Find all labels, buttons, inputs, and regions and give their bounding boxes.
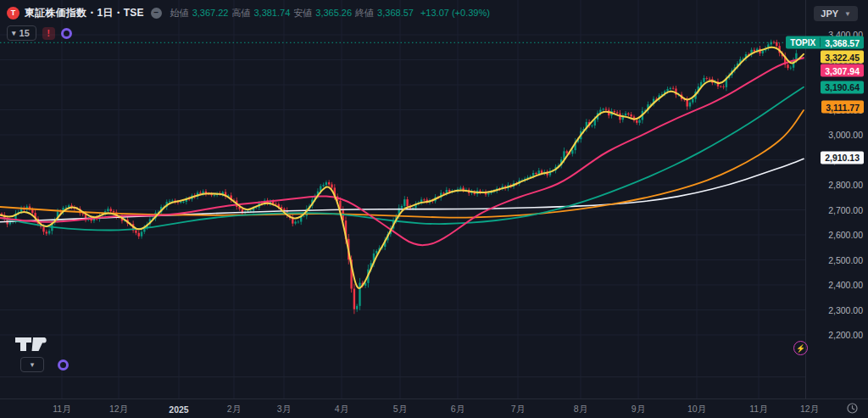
price-tick-label: 2,200.00 bbox=[828, 330, 863, 340]
minus-icon[interactable]: – bbox=[151, 8, 162, 19]
ma-slowest-label: 2,910.13 bbox=[821, 151, 864, 164]
time-month-label: 9月 bbox=[632, 404, 645, 415]
price-tick-label: 2,400.00 bbox=[828, 280, 863, 290]
symbol-badge-label: TOPIX bbox=[790, 38, 821, 47]
time-month-label: 7月 bbox=[511, 404, 525, 415]
chevron-down-icon: ▾ bbox=[12, 29, 16, 37]
tradingview-logo[interactable] bbox=[15, 337, 53, 354]
price-axis[interactable]: 3,400.003,300.003,200.003,100.003,000.00… bbox=[805, 0, 868, 398]
bottom-left-controls: ▾ bbox=[20, 357, 69, 372]
price-chart-canvas[interactable] bbox=[0, 0, 805, 398]
ma-slower-line[interactable] bbox=[0, 110, 804, 218]
indicator-loading-icon[interactable] bbox=[58, 359, 69, 371]
price-tick-label: 2,800.00 bbox=[828, 180, 863, 190]
ma-slow-label: 3,190.64 bbox=[821, 81, 864, 93]
time-year-label: 2025 bbox=[169, 404, 188, 415]
close-value: 3,368.57 bbox=[377, 8, 414, 18]
ma-fast-line[interactable] bbox=[0, 47, 804, 288]
chart-legend: T 東証株価指数・1日・TSE – 始値 3,367.22 高値 3,381.7… bbox=[7, 5, 490, 41]
open-value: 3,367.22 bbox=[192, 8, 229, 18]
lightning-icon[interactable]: ⚡ bbox=[793, 341, 808, 355]
caret-down-icon: ▼ bbox=[844, 10, 851, 18]
badge-value: 3,368.57 bbox=[825, 37, 860, 47]
open-label: 始値 bbox=[170, 7, 189, 20]
chevron-down-icon: ▾ bbox=[31, 360, 35, 369]
ma-mid-label: 3,307.94 bbox=[821, 64, 864, 77]
time-month-label: 5月 bbox=[393, 404, 407, 415]
time-month-label: 12月 bbox=[800, 404, 819, 415]
currency-label: JPY bbox=[821, 8, 838, 19]
badge-value: 3,111.77 bbox=[826, 102, 860, 112]
low-label: 安値 bbox=[293, 7, 312, 20]
ma-fast-label: 3,322.45 bbox=[821, 51, 864, 64]
time-month-label: 12月 bbox=[109, 404, 128, 415]
badge-value: 3,322.45 bbox=[825, 52, 860, 62]
indicator-loading-icon[interactable] bbox=[61, 28, 72, 39]
tradingview-chart-window: T 東証株価指数・1日・TSE – 始値 3,367.22 高値 3,381.7… bbox=[0, 0, 868, 418]
badge-value: 3,307.94 bbox=[825, 65, 860, 75]
time-month-label: 10月 bbox=[687, 404, 706, 415]
time-month-label: 4月 bbox=[335, 404, 348, 415]
time-month-label: 3月 bbox=[277, 404, 291, 415]
price-tick-label: 3,000.00 bbox=[828, 130, 863, 140]
close-label: 終値 bbox=[355, 7, 374, 20]
price-tick-label: 2,700.00 bbox=[828, 205, 863, 215]
price-change: +13.07 (+0.39%) bbox=[420, 8, 490, 18]
indicators-collapsed-button[interactable]: ▾ 15 bbox=[7, 25, 36, 41]
ohlc-readout: 始値 3,367.22 高値 3,381.74 安値 3,365.26 終値 3… bbox=[170, 7, 414, 20]
time-month-label: 11月 bbox=[749, 404, 767, 415]
indicators-count: 15 bbox=[19, 28, 30, 38]
pane-collapse-button[interactable]: ▾ bbox=[20, 357, 44, 372]
time-month-label: 6月 bbox=[451, 404, 465, 415]
time-month-label: 8月 bbox=[574, 404, 587, 415]
symbol-logo: T bbox=[7, 7, 19, 20]
time-month-label: 2月 bbox=[227, 404, 241, 415]
price-tick-label: 2,300.00 bbox=[828, 305, 863, 315]
time-month-label: 11月 bbox=[53, 404, 70, 415]
low-value: 3,365.26 bbox=[315, 8, 352, 18]
high-value: 3,381.74 bbox=[253, 8, 290, 18]
topix-price-label: TOPIX3,368.57 bbox=[786, 36, 864, 49]
badge-value: 3,190.64 bbox=[825, 82, 860, 92]
price-tick-label: 2,500.00 bbox=[828, 255, 863, 265]
time-axis[interactable]: 11月12月20252月3月4月5月6月7月8月9月10月11月12月 bbox=[0, 398, 868, 418]
indicator-error-icon[interactable]: ! bbox=[42, 27, 55, 40]
currency-selector[interactable]: JPY ▼ bbox=[814, 6, 858, 21]
clock-icon[interactable] bbox=[847, 402, 858, 417]
symbol-title[interactable]: 東証株価指数・1日・TSE bbox=[25, 6, 144, 20]
high-label: 高値 bbox=[231, 7, 250, 20]
ma-slower-label: 3,111.77 bbox=[821, 101, 864, 114]
pane-separator[interactable] bbox=[0, 376, 805, 377]
price-tick-label: 2,600.00 bbox=[828, 230, 863, 240]
badge-value: 2,910.13 bbox=[825, 153, 860, 163]
